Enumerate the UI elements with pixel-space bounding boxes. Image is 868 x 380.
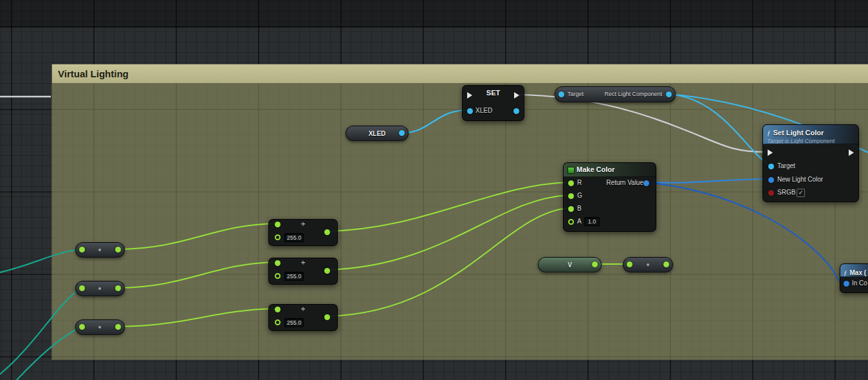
node-title: Rect Light Component — [604, 91, 662, 97]
pin-label-r: R — [577, 179, 582, 186]
node-max[interactable]: ƒMax ( In Co — [840, 263, 868, 293]
conversion-dot-icon — [98, 249, 101, 251]
srgb-input-pin[interactable] — [768, 190, 774, 196]
pin-label-xled: XLED — [476, 107, 492, 114]
comment-body — [52, 83, 868, 359]
struct-icon — [568, 167, 575, 174]
divisor-value-input[interactable]: 255.0 — [284, 272, 304, 281]
divisor-input-pin[interactable] — [275, 273, 281, 279]
exec-out-pin[interactable] — [514, 92, 519, 99]
conv-output-pin[interactable] — [663, 261, 669, 267]
a-input-pin[interactable] — [568, 219, 574, 225]
conversion-dot-icon — [98, 287, 101, 290]
conv-input-pin[interactable] — [627, 261, 633, 267]
result-output-pin[interactable] — [324, 229, 330, 235]
xled-output-pin[interactable] — [399, 130, 405, 136]
component-output-pin[interactable] — [666, 91, 672, 97]
pin-label-target: Target — [568, 91, 584, 97]
pin-label-target: Target — [777, 162, 795, 169]
exec-in-pin[interactable] — [768, 149, 773, 156]
node-set-light-color[interactable]: ƒSet Light Color Target is Light Compone… — [762, 124, 859, 202]
divisor-input-pin[interactable] — [275, 234, 281, 240]
node-title: Set Light Color — [773, 129, 824, 137]
dividend-input-pin[interactable] — [275, 222, 281, 227]
node-conversion-1[interactable] — [75, 242, 125, 258]
conv-output-pin[interactable] — [115, 285, 121, 291]
exec-in-pin[interactable] — [467, 92, 472, 99]
node-rect-light-component[interactable]: Target Rect Light Component — [555, 86, 676, 102]
node-divide-3[interactable]: ÷ 255.0 — [268, 304, 338, 331]
conv-input-pin[interactable] — [79, 324, 85, 330]
divisor-value-input[interactable]: 255.0 — [284, 233, 304, 242]
return-value-output-pin[interactable] — [643, 180, 649, 186]
in-color-input-pin[interactable] — [844, 281, 849, 287]
node-divide-1[interactable]: ÷ 255.0 — [268, 219, 338, 246]
blueprint-canvas[interactable]: Virtual Lighting XLED SET XLED — [0, 0, 868, 380]
grid-shade-band — [0, 0, 868, 27]
conv-output-pin[interactable] — [115, 324, 121, 330]
conversion-dot-icon — [647, 263, 649, 266]
node-conversion-v[interactable] — [623, 257, 673, 272]
node-conversion-3[interactable] — [75, 319, 125, 335]
comment-virtual-lighting: Virtual Lighting — [51, 64, 868, 360]
function-icon: ƒ — [844, 269, 847, 276]
v-output-pin[interactable] — [592, 261, 598, 267]
node-make-color[interactable]: Make Color R G B A 1.0 Return Value — [563, 162, 656, 232]
new-light-color-input-pin[interactable] — [768, 177, 774, 183]
node-subtitle: Target is Light Component — [767, 138, 854, 144]
result-output-pin[interactable] — [324, 268, 330, 274]
pin-label-srgb: SRGB — [777, 189, 795, 196]
conv-input-pin[interactable] — [79, 247, 85, 252]
node-get-v[interactable]: V — [538, 257, 602, 272]
node-title: Max ( — [850, 269, 867, 276]
struct-header: Make Color — [564, 163, 656, 177]
function-icon: ƒ — [767, 129, 771, 137]
node-get-xled[interactable]: XLED — [346, 126, 409, 141]
function-header: ƒSet Light Color Target is Light Compone… — [763, 125, 858, 144]
pin-label-new-light-color: New Light Color — [777, 176, 823, 183]
node-conversion-2[interactable] — [75, 281, 125, 296]
node-title: Make Color — [577, 166, 614, 173]
result-output-pin[interactable] — [324, 314, 330, 320]
conv-input-pin[interactable] — [79, 285, 85, 291]
dividend-input-pin[interactable] — [275, 260, 281, 266]
r-input-pin[interactable] — [568, 180, 574, 186]
target-input-pin[interactable] — [559, 91, 564, 97]
conversion-dot-icon — [98, 326, 101, 328]
exec-out-pin[interactable] — [849, 149, 854, 156]
dividend-input-pin[interactable] — [275, 307, 281, 312]
function-header: ƒMax ( — [840, 264, 868, 277]
node-set-xled[interactable]: SET XLED — [462, 85, 524, 121]
node-divide-2[interactable]: ÷ 255.0 — [268, 258, 338, 285]
divisor-input-pin[interactable] — [275, 319, 281, 325]
pin-label-g: G — [577, 192, 582, 199]
g-input-pin[interactable] — [568, 193, 574, 199]
xled-passthrough-output-pin[interactable] — [513, 108, 519, 114]
comment-title: Virtual Lighting — [58, 68, 129, 79]
srgb-checkbox[interactable]: ✓ — [797, 189, 805, 197]
divisor-value-input[interactable]: 255.0 — [284, 318, 304, 327]
xled-input-pin[interactable] — [467, 108, 473, 114]
target-input-pin[interactable] — [768, 164, 774, 169]
conv-output-pin[interactable] — [115, 247, 121, 252]
a-value-input[interactable]: 1.0 — [584, 217, 600, 226]
pin-label-return-value: Return Value — [606, 179, 643, 186]
b-input-pin[interactable] — [568, 206, 574, 212]
pin-label-a: A — [577, 218, 582, 225]
pin-label-in-color: In Co — [852, 280, 867, 287]
comment-header[interactable]: Virtual Lighting — [52, 64, 868, 83]
pin-label-b: B — [577, 205, 582, 212]
